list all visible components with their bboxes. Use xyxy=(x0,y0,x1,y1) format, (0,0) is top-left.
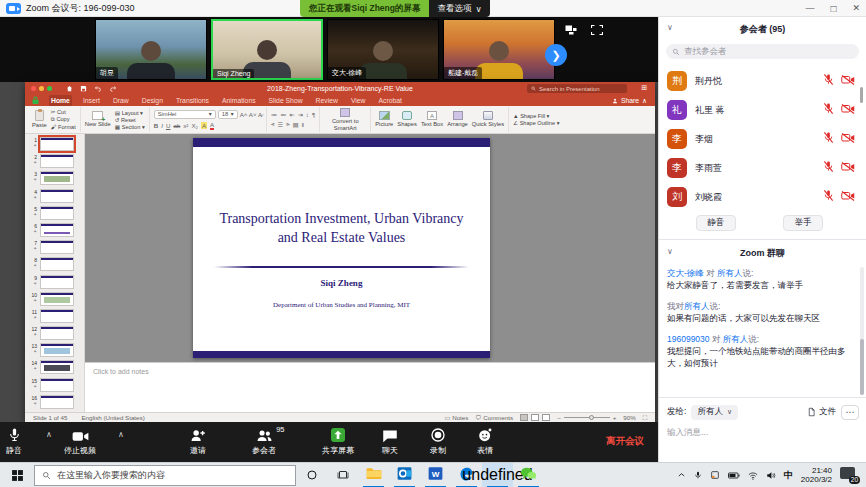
slide-thumbnail-item[interactable]: 14✦ xyxy=(29,360,84,377)
slide-thumbnail[interactable] xyxy=(40,257,74,271)
ppt-tab-view[interactable]: View xyxy=(349,95,368,106)
participant-row[interactable]: 李李烟 xyxy=(659,125,866,153)
slide-thumbnail[interactable] xyxy=(40,223,74,237)
subscript-button[interactable]: X₂ xyxy=(191,122,198,129)
font-grow-shrink-buttons[interactable]: A˄ A˅ A̷ xyxy=(240,110,262,119)
underline-button[interactable]: U xyxy=(166,122,170,129)
slide-thumbnail[interactable] xyxy=(40,275,74,289)
slide-thumbnail-item[interactable]: 1✦ xyxy=(29,137,84,154)
slide-thumbnail-item[interactable]: 4✦ xyxy=(29,189,84,206)
zoom-slider[interactable]: –+ xyxy=(557,414,616,421)
slide-thumbnail[interactable] xyxy=(40,326,74,340)
font-name-select[interactable]: SimHei▾ xyxy=(154,110,216,119)
slide-thumbnail-item[interactable]: 7✦ xyxy=(29,240,84,257)
convert-smartart-button[interactable]: Convert to SmartArt xyxy=(324,108,366,131)
more-options-button[interactable]: ⋯ xyxy=(841,405,859,420)
arrange-button[interactable]: Arrange xyxy=(447,111,468,127)
slide-thumbnail[interactable] xyxy=(40,240,74,254)
participant-row[interactable]: 李李雨萱 xyxy=(659,154,866,182)
chat-input[interactable]: 输入消息... xyxy=(667,427,708,439)
share-button[interactable]: Share∧ xyxy=(612,97,647,105)
align-right-button[interactable]: ⫸ xyxy=(286,120,290,128)
taskbar-search-input[interactable]: 在这里输入你要搜索的内容 xyxy=(34,465,296,486)
paste-button[interactable]: Paste xyxy=(32,110,47,128)
text-direction-button[interactable]: ¶ xyxy=(312,111,315,118)
gallery-view-icon[interactable] xyxy=(565,25,577,35)
word-taskbar-button[interactable]: W xyxy=(420,463,451,487)
notification-center-button[interactable]: 20 xyxy=(840,466,860,484)
slide-thumbnail[interactable] xyxy=(40,395,74,409)
slide-thumbnail-item[interactable]: 5✦ xyxy=(29,206,84,223)
next-videos-button[interactable]: ❯ xyxy=(545,44,567,66)
file-button[interactable]: 文件 xyxy=(807,406,836,418)
maximize-button[interactable]: □ xyxy=(830,3,836,14)
slide-thumbnail-item[interactable]: 8✦ xyxy=(29,257,84,274)
ppt-search-box[interactable]: Search in Presentation xyxy=(527,84,627,93)
participants-scrollbar[interactable] xyxy=(860,87,863,103)
battery-icon[interactable] xyxy=(728,471,740,480)
slide-thumbnail[interactable] xyxy=(40,137,74,151)
participants-button[interactable]: 95参会者 xyxy=(252,426,276,456)
slide-thumbnail-item[interactable]: 15✦ xyxy=(29,378,84,395)
slide-thumbnail-item[interactable]: 2✦ xyxy=(29,154,84,171)
justify-button[interactable]: ▤ xyxy=(293,121,299,128)
ppt-tab-transitions[interactable]: Transitions xyxy=(174,95,211,106)
current-slide[interactable]: Transportation Investment, Urban Vibranc… xyxy=(193,138,490,358)
network-icon[interactable] xyxy=(748,471,758,480)
stop-video-button[interactable]: 停止视频 xyxy=(64,426,96,456)
cortana-button[interactable] xyxy=(296,463,327,487)
wechat-taskbar-button[interactable] xyxy=(513,463,544,487)
slide-thumbnail[interactable] xyxy=(40,309,74,323)
comments-toggle[interactable]: 🗩 Comments xyxy=(475,414,513,421)
picture-button[interactable]: Picture xyxy=(375,111,393,127)
font-color-button[interactable]: A xyxy=(210,121,214,130)
record-button[interactable]: 录制 xyxy=(430,426,446,456)
mute-button[interactable]: 静音 xyxy=(6,426,22,456)
section-button[interactable]: ▦ Section ▾ xyxy=(115,124,145,130)
send-to-select[interactable]: 所有人∨ xyxy=(691,405,738,420)
ppt-tab-draw[interactable]: Draw xyxy=(111,95,131,106)
copy-button[interactable]: ⧉ Copy xyxy=(51,116,76,123)
participant-row[interactable]: 荆荆丹悦 xyxy=(659,67,866,95)
notes-pane[interactable]: Click to add notes xyxy=(85,362,655,412)
tray-expand-icon[interactable] xyxy=(677,471,686,479)
slide-thumbnail-panel[interactable]: 1✦2✦3✦4✦5✦6✦7✦8✦9✦10✦11✦12✦13✦14✦15✦16✦ xyxy=(25,134,85,412)
task-view-button[interactable] xyxy=(327,463,358,487)
view-options-button[interactable]: 查看选项∨ xyxy=(429,0,489,17)
quick-styles-button[interactable]: Quick Styles xyxy=(472,111,504,127)
new-slide-button[interactable]: New Slide xyxy=(85,111,111,127)
redo-icon[interactable] xyxy=(109,85,117,92)
cut-button[interactable]: ✂ Cut xyxy=(51,109,76,115)
outdent-button[interactable]: ⇤ xyxy=(289,111,294,118)
save-icon[interactable] xyxy=(80,85,87,92)
chevron-up-icon[interactable]: ∧ xyxy=(46,430,52,439)
ppt-tab-slide-show[interactable]: Slide Show xyxy=(267,95,305,106)
shape-fill-button[interactable]: ▲ Shape Fill ▾ xyxy=(513,113,559,119)
start-button[interactable] xyxy=(0,463,34,487)
invite-button[interactable]: 邀请 xyxy=(190,426,206,456)
collapse-participants-icon[interactable]: ∨ xyxy=(667,23,673,32)
language-status[interactable]: English (United States) xyxy=(81,414,144,421)
video-tile[interactable]: 交大-徐峰 xyxy=(327,19,439,80)
outlook-taskbar-button[interactable] xyxy=(389,463,420,487)
ppt-tab-home[interactable]: Home xyxy=(49,95,72,106)
video-tile[interactable]: 胡昱 xyxy=(95,19,207,80)
slide-thumbnail-item[interactable]: 11✦ xyxy=(29,309,84,326)
participant-row[interactable]: 礼礼里 蒋 xyxy=(659,96,866,124)
slide-thumbnail-item[interactable]: 3✦ xyxy=(29,171,84,188)
raise-hand-button[interactable]: 举手 xyxy=(783,215,823,231)
shapes-button[interactable]: Shapes xyxy=(397,111,417,127)
chat-scrollbar[interactable] xyxy=(860,339,864,395)
ime-indicator[interactable]: 中 xyxy=(784,469,793,482)
slide-thumbnail-item[interactable]: 13✦ xyxy=(29,343,84,360)
slide-thumbnail-item[interactable]: 12✦ xyxy=(29,326,84,343)
ribbon-options-icon[interactable]: ⊞ xyxy=(641,84,647,92)
indent-button[interactable]: ⇥ xyxy=(298,111,303,118)
close-button[interactable]: ✕ xyxy=(852,3,860,13)
reset-button[interactable]: ↺ Reset xyxy=(115,117,145,123)
video-tile[interactable]: Siqi Zheng xyxy=(211,19,323,80)
tray-mic-icon[interactable] xyxy=(694,470,702,480)
participant-row[interactable]: 刘刘晓霞 xyxy=(659,183,866,211)
italic-button[interactable]: I xyxy=(161,122,163,129)
participant-search-input[interactable]: 查找参会者 xyxy=(666,44,859,59)
